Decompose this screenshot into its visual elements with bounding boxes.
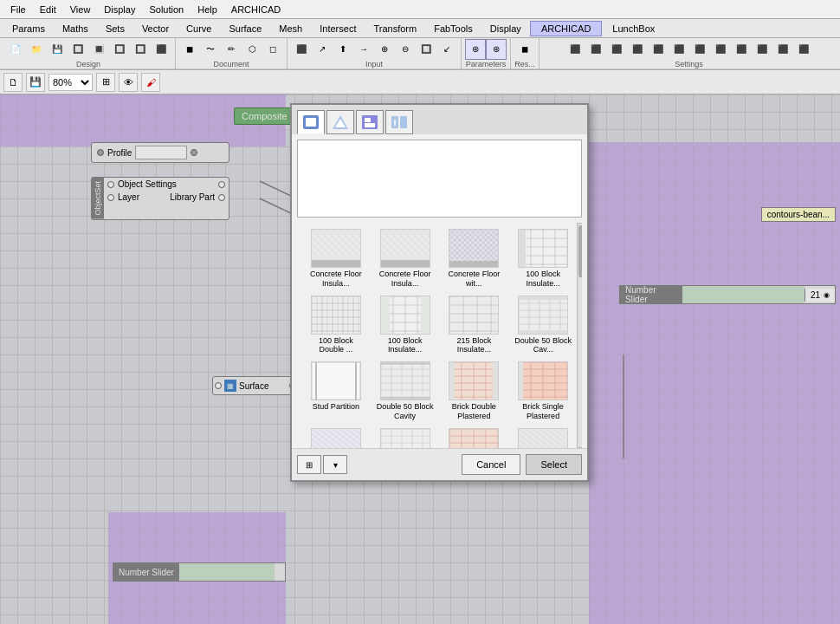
tb-in5[interactable]: ⊕ (374, 39, 395, 60)
dialog-tab-2[interactable] (326, 110, 354, 134)
tb-in3[interactable]: ⬆ (333, 39, 353, 60)
zoom-select[interactable]: 80% 50% 100% 150% (48, 74, 93, 91)
menu-solution[interactable]: Solution (142, 3, 191, 16)
grid-item-15[interactable]: Item 15 (441, 426, 508, 448)
grid-item-9[interactable]: Stud Partition (302, 359, 370, 424)
tb-s9[interactable]: ⬛ (731, 39, 752, 60)
menu-archicad[interactable]: ARCHICAD (224, 3, 288, 16)
svg-rect-30 (519, 230, 526, 267)
tb-s6[interactable]: ⬛ (669, 39, 689, 60)
thumb-10 (380, 361, 430, 400)
tab-surface[interactable]: Surface (220, 22, 270, 36)
tab-intersect[interactable]: Intersect (311, 22, 365, 36)
dialog-scrollbar[interactable] (577, 223, 582, 448)
grid-item-1[interactable]: Concrete Floor Insula... (302, 226, 370, 291)
tb-open[interactable]: 📁 (26, 39, 47, 60)
tab-params[interactable]: Params (3, 22, 54, 36)
thumb-9 (311, 361, 361, 400)
tab-lunchbox[interactable]: LunchBox (602, 22, 665, 36)
grid-item-4[interactable]: 100 Block Insulate... (509, 226, 577, 291)
tb2-save[interactable]: 💾 (26, 73, 45, 92)
tb-in2[interactable]: ↗ (312, 39, 333, 60)
grid-view-button[interactable]: ⊞ (297, 455, 321, 474)
tab-sets[interactable]: Sets (97, 22, 133, 36)
tb-s3[interactable]: ⬛ (606, 39, 627, 60)
tb-doc2[interactable]: 〜 (200, 39, 221, 60)
menu-file[interactable]: File (3, 3, 33, 16)
svg-rect-26 (449, 261, 498, 267)
tb-s12[interactable]: ⬛ (793, 39, 814, 60)
grid-item-10[interactable]: Double 50 Block Cavity (372, 359, 439, 424)
tab-archicad[interactable]: ARCHICAD (530, 21, 602, 36)
tb-s5[interactable]: ⬛ (648, 39, 669, 60)
dialog-tab-3[interactable] (356, 110, 384, 134)
tb-s11[interactable]: ⬛ (772, 39, 793, 60)
tb-r1[interactable]: ◼ (514, 39, 535, 60)
tb-s2[interactable]: ⬛ (585, 39, 606, 60)
tb-doc4[interactable]: ⬡ (242, 39, 262, 60)
tb-doc5[interactable]: ◻ (262, 39, 283, 60)
tb-p2[interactable]: ⊛ (486, 39, 507, 60)
svg-rect-48 (312, 362, 360, 400)
tb-d4[interactable]: 🔲 (68, 39, 88, 60)
grid-item-7[interactable]: 215 Block Insulate... (441, 293, 508, 358)
cancel-button[interactable]: Cancel (462, 454, 520, 475)
tb-doc3[interactable]: ✏ (221, 39, 242, 60)
tb-d8[interactable]: ⬛ (151, 39, 171, 60)
tb-d7[interactable]: 🔲 (130, 39, 151, 60)
tb-s7[interactable]: ⬛ (689, 39, 710, 60)
tb-p1[interactable]: ⊛ (465, 39, 486, 60)
tab-fabtools[interactable]: FabTools (425, 22, 481, 36)
toolbar-group-design: 📄 📁 💾 🔲 🔳 🔲 🔲 ⬛ Design (2, 37, 176, 70)
tab-vector[interactable]: Vector (133, 22, 178, 36)
select-button[interactable]: Select (526, 454, 582, 475)
view-dropdown-button[interactable]: ▾ (323, 455, 347, 474)
tb2-brush[interactable]: 🖌 (141, 73, 160, 92)
menu-view[interactable]: View (63, 3, 98, 16)
tab-maths[interactable]: Maths (54, 22, 97, 36)
tb-d5[interactable]: 🔳 (88, 39, 109, 60)
dialog-tab-1[interactable] (297, 110, 325, 134)
tb2-new[interactable]: 🗋 (3, 73, 23, 92)
tb-in6[interactable]: ⊖ (395, 39, 416, 60)
grid-item-14[interactable]: Item 14 (372, 426, 439, 448)
tab-transform[interactable]: Transform (365, 22, 425, 36)
tab-curve[interactable]: Curve (178, 22, 220, 36)
tb-doc1[interactable]: ◼ (179, 39, 200, 60)
svg-rect-39 (421, 296, 430, 334)
tb2-view[interactable]: 👁 (119, 73, 138, 92)
grid-item-8[interactable]: Double 50 Block Cav... (509, 293, 577, 358)
tb-d6[interactable]: 🔲 (109, 39, 130, 60)
tb-in7[interactable]: 🔲 (416, 39, 436, 60)
grid-item-3[interactable]: Concrete Floor wit... (441, 226, 508, 291)
tb-new[interactable]: 📄 (5, 39, 26, 60)
tb-s8[interactable]: ⬛ (710, 39, 731, 60)
tb-in4[interactable]: → (353, 39, 374, 60)
tab-mesh[interactable]: Mesh (270, 22, 311, 36)
tb-in1[interactable]: ⬛ (291, 39, 312, 60)
grid-item-12[interactable]: Brick Single Plastered (509, 359, 577, 424)
grid-item-16[interactable]: Item 16 (509, 426, 577, 448)
dialog-tabs (292, 105, 587, 134)
svg-rect-74 (449, 429, 498, 448)
grid-item-11[interactable]: Brick Double Plastered (441, 359, 508, 424)
tb-in8[interactable]: ↙ (436, 39, 457, 60)
menu-display[interactable]: Display (97, 3, 142, 16)
grid-item-2[interactable]: Concrete Floor Insula... (372, 226, 439, 291)
scrollbar-thumb[interactable] (578, 225, 582, 277)
dialog-tab-4[interactable] (385, 110, 413, 134)
tab-display[interactable]: Display (481, 22, 530, 36)
tb-s4[interactable]: ⬛ (627, 39, 648, 60)
tb-s1[interactable]: ⬛ (565, 39, 585, 60)
tab3-icon (360, 114, 379, 131)
menu-edit[interactable]: Edit (33, 3, 63, 16)
dialog-footer: ⊞ ▾ Cancel Select (292, 448, 587, 480)
grid-item-5[interactable]: 100 Block Double ... (302, 293, 370, 358)
menu-help[interactable]: Help (191, 3, 224, 16)
tb-s10[interactable]: ⬛ (752, 39, 772, 60)
tb2-fit[interactable]: ⊞ (96, 73, 115, 92)
grid-item-6[interactable]: 100 Block Insulate... (372, 293, 439, 358)
svg-rect-61 (493, 362, 498, 400)
grid-item-13[interactable]: Item 13 (302, 426, 370, 448)
tb-save[interactable]: 💾 (47, 39, 68, 60)
